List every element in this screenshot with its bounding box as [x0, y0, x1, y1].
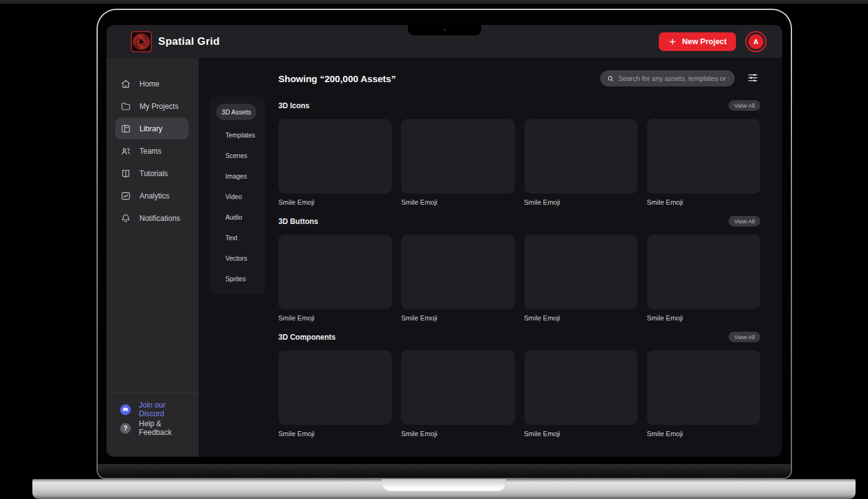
section-title: 3D Components [278, 333, 336, 342]
asset-card[interactable] [647, 350, 760, 425]
sidebar-item-label: My Projects [139, 102, 179, 111]
plus-icon [668, 37, 677, 46]
teams-icon [120, 146, 131, 157]
asset-card[interactable] [278, 119, 392, 194]
asset-card[interactable] [278, 235, 392, 309]
category-item-label: Sprites [225, 275, 246, 282]
section-header: 3D Icons View All [278, 100, 760, 111]
category-item-scenes[interactable]: Scenes [210, 145, 265, 166]
asset-cell: Smile Emoji [401, 235, 514, 322]
asset-card[interactable] [524, 350, 638, 425]
category-item-vectors[interactable]: Vectors [210, 248, 265, 268]
asset-cell: Smile Emoji [401, 350, 514, 437]
category-item-video[interactable]: Video [210, 186, 265, 207]
laptop-hinge [98, 464, 791, 478]
analytics-icon [120, 190, 131, 202]
help-icon: ? [120, 423, 131, 434]
search-bar[interactable] [600, 70, 735, 86]
view-all-button[interactable]: View All [729, 332, 760, 342]
app-window: Spatial Grid New Project A [106, 25, 782, 457]
category-item-images[interactable]: Images [210, 166, 265, 186]
avatar[interactable]: A [748, 34, 763, 49]
asset-card[interactable] [524, 119, 638, 194]
asset-cell: Smile Emoji [647, 235, 760, 322]
sidebar-footer-label: Join our Discord [139, 401, 189, 418]
new-project-label: New Project [682, 37, 727, 46]
sidebar-item-teams[interactable]: Teams [115, 140, 189, 162]
sidebar-item-tutorials[interactable]: Tutorials [115, 162, 189, 184]
asset-card[interactable] [647, 119, 760, 194]
category-item-label: 3D Assets [222, 108, 251, 116]
library-icon [120, 123, 131, 134]
laptop-base-scoop [382, 479, 506, 492]
search-input[interactable] [618, 75, 729, 82]
spatial-grid-logo-icon [131, 31, 152, 52]
filter-sliders-icon[interactable] [747, 72, 760, 85]
sidebar-item-library[interactable]: Library [115, 118, 189, 139]
home-icon [120, 78, 131, 90]
sidebar: Home My Projects Library Teams Tutorials… [106, 58, 199, 457]
asset-card[interactable] [278, 350, 392, 425]
sidebar-item-label: Notifications [139, 214, 180, 223]
asset-card[interactable] [401, 350, 514, 425]
main-column: Showing “200,000 Assets” [278, 58, 760, 457]
category-item-3d-assets[interactable]: 3D Assets [216, 104, 257, 120]
asset-grid: Smile Emoji Smile Emoji Smile Emoji Smil… [278, 119, 760, 206]
category-item-templates[interactable]: Templates [210, 124, 265, 145]
sidebar-item-analytics[interactable]: Analytics [115, 185, 189, 207]
category-item-text[interactable]: Text [210, 227, 265, 248]
view-all-button[interactable]: View All [729, 216, 760, 226]
asset-cell: Smile Emoji [524, 119, 638, 206]
sidebar-item-label: Home [139, 80, 159, 88]
asset-cell: Smile Emoji [401, 119, 514, 206]
asset-card[interactable] [524, 235, 638, 309]
book-icon [120, 168, 131, 179]
brand-title: Spatial Grid [158, 35, 220, 48]
category-item-label: Audio [225, 213, 242, 221]
asset-card[interactable] [647, 235, 760, 309]
laptop-base [32, 479, 856, 499]
sidebar-item-label: Library [139, 124, 163, 133]
asset-section: 3D Buttons View All Smile Emoji Smile Em… [278, 216, 760, 322]
sidebar-footer-item[interactable]: ? Help & Feedback [115, 419, 189, 437]
asset-grid: Smile Emoji Smile Emoji Smile Emoji Smil… [278, 235, 760, 322]
category-item-audio[interactable]: Audio [210, 207, 265, 227]
laptop-frame: Spatial Grid New Project A [97, 9, 792, 479]
laptop-camera-icon [443, 29, 446, 31]
asset-cell: Smile Emoji [278, 119, 392, 206]
category-item-sprites[interactable]: Sprites [210, 268, 265, 289]
laptop-bezel: Spatial Grid New Project A [98, 10, 791, 478]
view-all-button[interactable]: View All [729, 100, 760, 111]
asset-card-label: Smile Emoji [524, 314, 638, 322]
asset-card-label: Smile Emoji [524, 430, 638, 437]
asset-card[interactable] [401, 235, 514, 309]
category-item-label: Templates [225, 131, 255, 139]
sidebar-item-label: Analytics [139, 192, 169, 200]
laptop-notch [408, 25, 481, 35]
section-title: 3D Buttons [278, 217, 318, 226]
sidebar-item-home[interactable]: Home [115, 73, 189, 95]
asset-section: 3D Components View All Smile Emoji Smile… [278, 332, 760, 437]
category-item-label: Text [225, 234, 237, 241]
asset-card-label: Smile Emoji [647, 314, 760, 322]
category-item-label: Scenes [225, 152, 247, 159]
sidebar-footer: Join our Discord ? Help & Feedback [106, 392, 199, 457]
asset-cell: Smile Emoji [524, 350, 638, 437]
asset-cell: Smile Emoji [278, 350, 392, 437]
category-panel: 3D Assets Templates Scenes Images Video … [210, 96, 265, 295]
sidebar-item-notifications[interactable]: Notifications [115, 207, 189, 229]
section-header: 3D Buttons View All [278, 216, 760, 226]
asset-cell: Smile Emoji [524, 235, 638, 322]
sidebar-item-my-projects[interactable]: My Projects [115, 95, 189, 117]
asset-card-label: Smile Emoji [647, 430, 760, 437]
sidebar-item-label: Tutorials [139, 169, 168, 178]
sidebar-footer-item[interactable]: Join our Discord [115, 400, 189, 419]
asset-card-label: Smile Emoji [278, 198, 392, 206]
asset-card[interactable] [401, 119, 514, 194]
results-heading: Showing “200,000 Assets” [278, 73, 396, 84]
section-title: 3D Icons [278, 101, 309, 110]
asset-card-label: Smile Emoji [278, 430, 392, 437]
category-item-label: Vectors [225, 254, 247, 262]
new-project-button[interactable]: New Project [659, 32, 736, 51]
sidebar-footer-label: Help & Feedback [139, 419, 189, 437]
